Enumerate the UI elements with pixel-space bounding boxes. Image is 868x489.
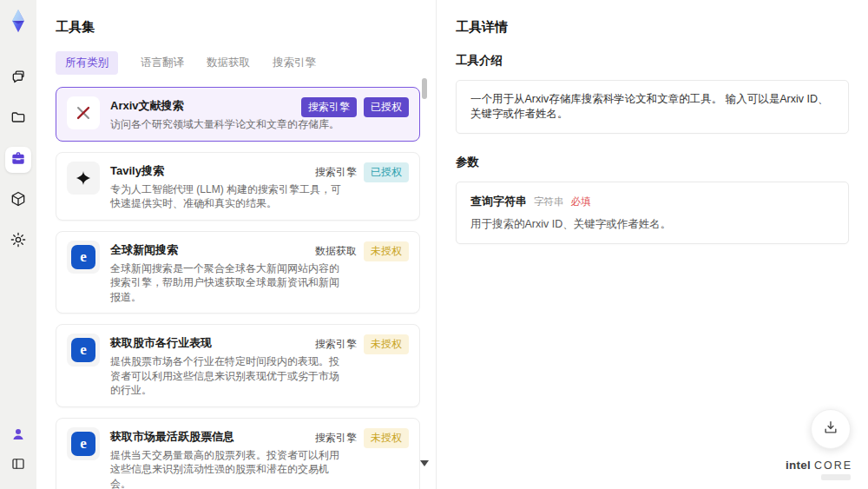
tool-card[interactable]: e 全球新闻搜索 全球新闻搜索是一个聚合全球各大新闻网站内容的搜索引擎，帮助用户… (56, 231, 420, 314)
app-logo[interactable] (5, 8, 31, 34)
tool-card-list: Arxiv文献搜索 访问各个研究领域大量科学论文和文章的存储库。 搜索引擎 已授… (56, 87, 420, 489)
download-icon (822, 419, 839, 439)
tool-title: 全球新闻搜索 (110, 241, 346, 258)
package-icon (10, 190, 27, 211)
sidebar-item-package[interactable] (5, 188, 31, 214)
tab-1[interactable]: 语言翻译 (141, 51, 184, 75)
sidebar-item-user[interactable] (7, 425, 30, 447)
tool-title: 获取股市各行业表现 (110, 334, 346, 351)
auth-status-badge: 未授权 (364, 241, 409, 261)
tool-icon (67, 96, 100, 129)
page-title: 工具集 (56, 19, 436, 36)
folder-icon (10, 109, 27, 129)
sidebar-nav (5, 65, 31, 254)
brand-intel-text: intel (786, 459, 811, 472)
param-name: 查询字符串 (470, 194, 527, 209)
tool-tags: 搜索引擎 未授权 (315, 428, 409, 448)
settings-icon (10, 231, 27, 252)
tool-desc: 专为人工智能代理 (LLM) 构建的搜索引擎工具，可快速提供实时、准确和真实的结… (110, 182, 346, 211)
category-tag: 搜索引擎 (315, 334, 357, 354)
scrollbar[interactable] (422, 78, 428, 473)
chat-icon (10, 68, 27, 89)
sidebar-rail (0, 0, 36, 489)
category-tag: 数据获取 (315, 241, 357, 261)
scrollbar-thumb[interactable] (422, 78, 427, 99)
sidebar-item-folder[interactable] (5, 106, 31, 132)
tools-panel: 工具集 所有类别语言翻译数据获取搜索引擎 Arxiv文献搜索 访问各个研究领域大… (36, 0, 436, 489)
auth-status-badge: 已授权 (364, 97, 409, 117)
param-required-badge: 必填 (571, 195, 591, 208)
download-button[interactable] (811, 409, 851, 449)
param-desc: 用于搜索的Arxiv ID、关键字或作者姓名。 (470, 217, 834, 232)
sidebar-item-settings[interactable] (5, 228, 31, 254)
tool-desc: 访问各个研究领域大量科学论文和文章的存储库。 (110, 117, 339, 132)
tool-tags: 数据获取 未授权 (315, 241, 409, 261)
tool-desc: 提供股票市场各个行业在特定时间段内的表现。投资者可以利用这些信息来识别表现优于或… (110, 354, 346, 398)
brand-watermark (821, 474, 851, 480)
brand-core-text: core (814, 459, 852, 472)
params-heading: 参数 (456, 155, 849, 170)
tool-card[interactable]: e 获取股市各行业表现 提供股票市场各个行业在特定时间段内的表现。投资者可以利用… (56, 324, 420, 407)
tool-desc: 提供当天交易量最高的股票列表。投资者可以利用这些信息来识别流动性强的股票和潜在的… (110, 448, 346, 489)
tool-icon: e (67, 241, 100, 274)
auth-status-badge: 已授权 (364, 162, 409, 182)
tab-3[interactable]: 搜索引擎 (273, 51, 316, 75)
tool-card[interactable]: Arxiv文献搜索 访问各个研究领域大量科学论文和文章的存储库。 搜索引擎 已授… (56, 87, 420, 142)
param-box: 查询字符串 字符串 必填 用于搜索的Arxiv ID、关键字或作者姓名。 (456, 182, 849, 244)
category-tabs: 所有类别语言翻译数据获取搜索引擎 (56, 51, 436, 75)
tool-icon: e (67, 334, 100, 367)
panel-layout-icon (10, 456, 26, 475)
scroll-down-icon[interactable] (420, 460, 429, 466)
tool-title: 获取市场最活跃股票信息 (110, 427, 346, 445)
sidebar-bottom (7, 425, 30, 477)
sidebar-item-panel-layout[interactable] (7, 454, 30, 477)
category-tag: 搜索引擎 (301, 97, 357, 117)
param-type: 字符串 (534, 195, 564, 208)
tool-details-panel: 工具详情 工具介绍 一个用于从Arxiv存储库搜索科学论文和文章的工具。 输入可… (436, 0, 868, 489)
tab-2[interactable]: 数据获取 (207, 51, 250, 75)
category-tag: 搜索引擎 (315, 162, 357, 182)
tool-icon: e (67, 427, 100, 460)
intel-core-logo: intelcore (786, 459, 852, 480)
tool-icon (67, 162, 100, 195)
intro-text: 一个用于从Arxiv存储库搜索科学论文和文章的工具。 输入可以是Arxiv ID… (470, 93, 829, 120)
app-window: 工具集 所有类别语言翻译数据获取搜索引擎 Arxiv文献搜索 访问各个研究领域大… (0, 0, 868, 489)
auth-status-badge: 未授权 (364, 428, 409, 448)
tool-tags: 搜索引擎 已授权 (301, 97, 409, 117)
tool-desc: 全球新闻搜索是一个聚合全球各大新闻网站内容的搜索引擎，帮助用户快速获取全球最新资… (110, 261, 346, 305)
tool-card[interactable]: Tavily搜索 专为人工智能代理 (LLM) 构建的搜索引擎工具，可快速提供实… (56, 152, 420, 221)
toolbox-icon (10, 149, 27, 170)
tool-tags: 搜索引擎 已授权 (315, 162, 409, 182)
intro-box: 一个用于从Arxiv存储库搜索科学论文和文章的工具。 输入可以是Arxiv ID… (456, 80, 849, 134)
auth-status-badge: 未授权 (364, 334, 409, 354)
intro-heading: 工具介绍 (456, 53, 849, 69)
user-icon (10, 426, 26, 446)
tab-0[interactable]: 所有类别 (56, 51, 118, 75)
param-header: 查询字符串 字符串 必填 (470, 194, 834, 209)
details-title: 工具详情 (456, 19, 849, 36)
tool-tags: 搜索引擎 未授权 (315, 334, 409, 354)
tool-card[interactable]: e 获取市场最活跃股票信息 提供当天交易量最高的股票列表。投资者可以利用这些信息… (56, 418, 420, 489)
category-tag: 搜索引擎 (315, 428, 357, 448)
sidebar-item-toolbox[interactable] (5, 147, 31, 173)
tool-title: Tavily搜索 (110, 162, 346, 179)
sidebar-item-chat[interactable] (5, 65, 31, 91)
